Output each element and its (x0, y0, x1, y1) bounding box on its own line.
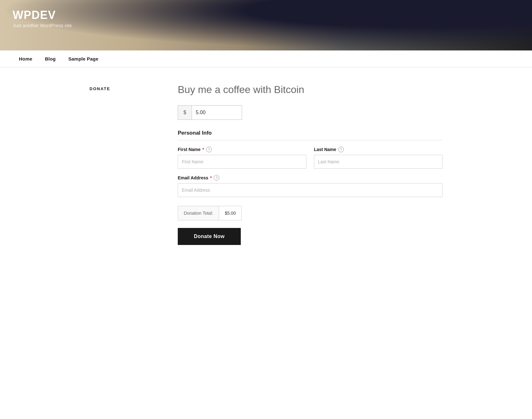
site-header: WPDEV Just another WordPress site (0, 0, 532, 50)
site-tagline: Just another WordPress site (13, 23, 72, 28)
donation-total-amount: $5.00 (219, 206, 242, 220)
main-content: DONATE Buy me a coffee with Bitcoin $ Pe… (77, 67, 455, 270)
last-name-help-icon[interactable]: ? (338, 147, 344, 152)
amount-input[interactable] (192, 105, 242, 120)
donate-heading: Buy me a coffee with Bitcoin (178, 83, 442, 96)
donation-total-label: Donation Total: (178, 206, 219, 220)
personal-info-title: Personal Info (178, 130, 442, 140)
email-row: Email Address * ? (178, 175, 442, 197)
sidebar-donate-label: DONATE (90, 86, 159, 91)
last-name-input[interactable] (314, 155, 442, 169)
donate-now-button[interactable]: Donate Now (178, 228, 241, 245)
currency-symbol: $ (178, 105, 192, 120)
first-name-help-icon[interactable]: ? (206, 147, 212, 152)
first-name-input[interactable] (178, 155, 306, 169)
donation-total-row: Donation Total: $5.00 (178, 206, 442, 220)
first-name-group: First Name * ? (178, 147, 306, 169)
nav-item-home: Home (13, 50, 38, 67)
nav-item-blog: Blog (38, 50, 62, 67)
email-group: Email Address * ? (178, 175, 442, 197)
email-label: Email Address * ? (178, 175, 442, 181)
nav-link-home[interactable]: Home (13, 50, 38, 67)
sidebar: DONATE (90, 83, 159, 245)
last-name-group: Last Name ? (314, 147, 442, 169)
site-title: WPDEV (13, 9, 72, 21)
last-name-label: Last Name ? (314, 147, 442, 152)
amount-row: $ (178, 105, 442, 120)
nav-link-sample-page[interactable]: Sample Page (62, 50, 105, 67)
donate-form-area: Buy me a coffee with Bitcoin $ Personal … (178, 83, 442, 245)
name-row: First Name * ? Last Name ? (178, 147, 442, 169)
email-required: * (210, 175, 212, 180)
nav-link-blog[interactable]: Blog (38, 50, 62, 67)
email-help-icon[interactable]: ? (214, 175, 219, 181)
first-name-label: First Name * ? (178, 147, 306, 152)
site-navigation: Home Blog Sample Page (0, 50, 532, 67)
email-input[interactable] (178, 183, 442, 197)
nav-item-sample-page: Sample Page (62, 50, 105, 67)
first-name-required: * (202, 147, 204, 152)
